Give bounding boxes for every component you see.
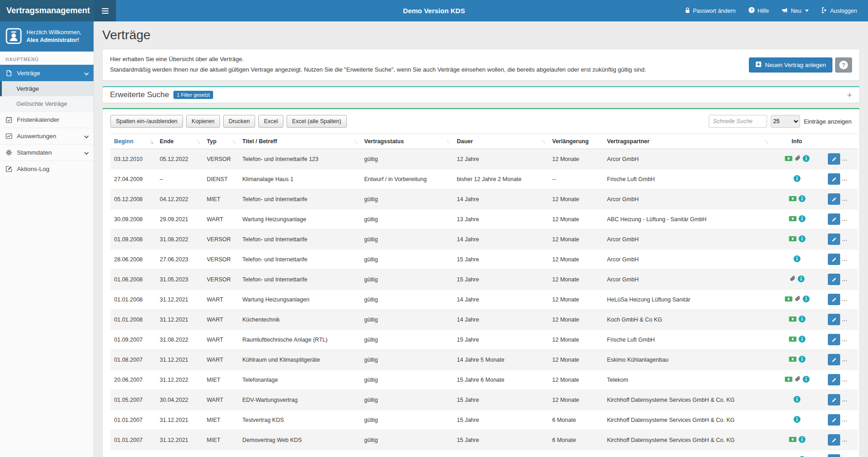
cell-beginn: 01.09.2007 [110, 330, 156, 350]
column-header-titel[interactable]: Titel / Betreff↑↓ [239, 134, 361, 149]
table-row: 01.06.2008 31.05.2023 VERSOR Telefon- un… [110, 270, 858, 290]
cell-dauer: 15 Jahre 6 Monate [453, 370, 549, 390]
cell-titel: Telefon- und Internettarife [239, 270, 361, 290]
sidebar-item-auswertungen[interactable]: Auswertungen [0, 128, 94, 144]
info-icon[interactable] [799, 195, 805, 203]
toggle-columns-button[interactable]: Spalten ein-/ausblenden [110, 115, 183, 128]
edit-contract-button[interactable] [828, 394, 840, 405]
info-icon[interactable] [794, 255, 800, 264]
duplicate-contract-button[interactable] [843, 173, 856, 185]
duplicate-contract-button[interactable] [843, 254, 856, 265]
duplicate-contract-button[interactable] [843, 153, 856, 165]
sidebar-item-vertraege[interactable]: Verträge [0, 65, 94, 81]
entries-label: Einträge anzeigen [804, 118, 852, 125]
sidebar-subitem-vertraege[interactable]: Verträge [0, 81, 94, 96]
cell-actions [822, 290, 858, 310]
edit-contract-button[interactable] [828, 173, 840, 185]
edit-contract-button[interactable] [828, 374, 840, 385]
edit-contract-button[interactable] [828, 354, 840, 365]
cell-titel: Wartung Heizungsanlage [239, 450, 361, 457]
info-icon[interactable] [803, 296, 810, 304]
new-dropdown[interactable]: Neu [775, 0, 815, 21]
cell-verlaengerung: 12 Monate [549, 270, 603, 290]
column-header-vertragspartner[interactable]: Vertragspartner↑↓ [603, 134, 771, 149]
sidebar-item-fristenkalender[interactable]: Fristenkalender [0, 111, 94, 128]
info-icon[interactable] [794, 416, 800, 424]
edit-contract-button[interactable] [828, 234, 840, 245]
cell-titel: Testvertrag KDS [239, 410, 361, 430]
edit-contract-button[interactable] [828, 334, 840, 345]
info-icon[interactable] [799, 316, 805, 324]
copy-button[interactable]: Kopieren [186, 115, 220, 128]
edit-contract-button[interactable] [828, 414, 840, 426]
duplicate-contract-button[interactable] [843, 354, 856, 365]
duplicate-contract-button[interactable] [843, 274, 856, 285]
filter-badge: 1 Filter gesetzt [173, 91, 213, 99]
duplicate-contract-button[interactable] [843, 234, 856, 245]
cell-dauer: 13 Jahre [453, 209, 549, 229]
info-icon[interactable] [799, 356, 805, 364]
edit-contract-button[interactable] [828, 314, 840, 325]
column-header-verlaengerung[interactable]: Verlängerung [549, 134, 603, 149]
column-header-dauer[interactable]: Dauer↑↓ [453, 134, 549, 149]
id-card-icon [5, 28, 22, 46]
duplicate-contract-button[interactable] [843, 434, 856, 446]
excel-all-columns-button[interactable]: Excel (alle Spalten) [287, 115, 347, 128]
edit-contract-button[interactable] [828, 274, 840, 285]
info-icon[interactable] [799, 336, 805, 344]
cell-actions [822, 229, 858, 249]
duplicate-contract-button[interactable] [843, 394, 856, 405]
duplicate-contract-button[interactable] [843, 294, 856, 305]
new-contract-button[interactable]: Neuen Vertrag anlegen [749, 57, 832, 73]
sidebar-toggle-button[interactable] [94, 0, 116, 21]
duplicate-contract-button[interactable] [843, 213, 856, 225]
quick-search-input[interactable] [709, 115, 767, 128]
info-icon[interactable] [794, 396, 800, 404]
sidebar-subitem-geloeschte-vertraege[interactable]: Gelöschte Verträge [0, 96, 94, 111]
column-header-beginn[interactable]: Beginn↑↓ [110, 134, 156, 149]
cell-titel: Telefonanlage [239, 370, 361, 390]
duplicate-contract-button[interactable] [843, 334, 856, 345]
cell-beginn: 01.08.2007 [110, 350, 156, 370]
duplicate-contract-button[interactable] [843, 454, 856, 457]
info-icon[interactable] [799, 235, 805, 244]
edit-contract-button[interactable] [828, 193, 840, 205]
column-header-ende[interactable]: Ende↑↓ [156, 134, 203, 149]
edit-contract-button[interactable] [828, 213, 840, 225]
cell-beginn: 20.06.2007 [110, 370, 156, 390]
column-header-typ[interactable]: Typ↑↓ [203, 134, 239, 149]
page-help-button[interactable]: ? [835, 57, 852, 73]
sidebar-item-stammdaten[interactable]: Stammdaten [0, 144, 94, 161]
expand-icon[interactable]: + [847, 91, 852, 99]
info-icon[interactable] [803, 155, 810, 163]
info-icon[interactable] [799, 436, 805, 444]
edit-contract-button[interactable] [828, 153, 840, 165]
money-icon [789, 436, 797, 444]
cell-titel: Telefon- und Internettarife [239, 189, 361, 209]
edit-contract-button[interactable] [828, 254, 840, 265]
edit-contract-button[interactable] [828, 454, 840, 457]
change-password-link[interactable]: Passwort ändern [679, 0, 742, 21]
info-icon[interactable] [798, 275, 805, 284]
excel-button[interactable]: Excel [258, 115, 283, 128]
logout-link[interactable]: Ausloggen [815, 0, 863, 21]
table-row: 30.09.2008 29.09.2021 WART Wartung Heizu… [110, 209, 858, 229]
cell-info [771, 290, 822, 310]
advanced-search-panel[interactable]: Erweiterte Suche 1 Filter gesetzt + [102, 86, 860, 103]
info-icon[interactable] [799, 215, 805, 223]
info-icon[interactable] [803, 376, 810, 384]
duplicate-contract-button[interactable] [843, 374, 856, 385]
cell-dauer: 12 Jahre [453, 149, 549, 169]
help-link[interactable]: ? Hilfe [742, 0, 775, 21]
cell-ende: 31.08.2022 [156, 330, 203, 350]
duplicate-contract-button[interactable] [843, 314, 856, 325]
edit-contract-button[interactable] [828, 294, 840, 305]
page-size-select[interactable]: 25 [771, 115, 800, 128]
duplicate-contract-button[interactable] [843, 193, 856, 205]
column-header-vertragsstatus[interactable]: Vertragsstatus↑↓ [361, 134, 453, 149]
duplicate-contract-button[interactable] [843, 414, 856, 426]
print-button[interactable]: Drucken [223, 115, 256, 128]
sidebar-item-aktions-log[interactable]: Aktions-Log [0, 161, 94, 177]
edit-contract-button[interactable] [828, 434, 840, 446]
info-icon[interactable] [794, 175, 800, 183]
